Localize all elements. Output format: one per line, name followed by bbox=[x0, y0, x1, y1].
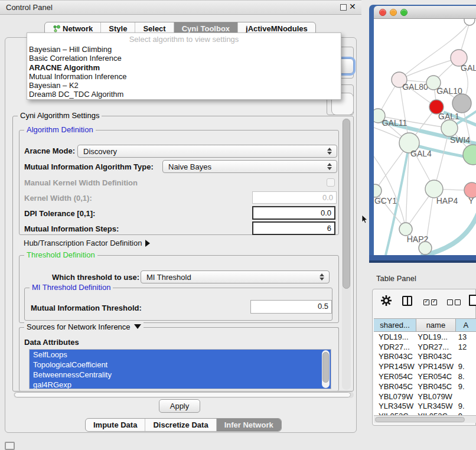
algorithm-definition-group: Algorithm Definition Aracne Mode: Discov… bbox=[19, 130, 339, 235]
table-settings-gear-icon[interactable] bbox=[380, 294, 393, 309]
select-all-columns-icon[interactable] bbox=[423, 299, 437, 305]
network-node[interactable] bbox=[464, 19, 475, 25]
table-row[interactable]: YPR145WYPR145W9. bbox=[374, 361, 476, 371]
table-panel-title: Table Panel bbox=[376, 274, 416, 283]
table-cell: 8. bbox=[456, 372, 476, 381]
attribute-selfloops[interactable]: SelfLoops bbox=[30, 350, 331, 360]
control-panel-titlebar: Control Panel ✕ bbox=[0, 0, 361, 15]
settings-hscrollbar-thumb[interactable] bbox=[14, 392, 351, 397]
attributes-scrollbar[interactable] bbox=[322, 350, 330, 388]
dropdown-item-dream8-dc-tdc-algorithm[interactable]: Dream8 DC_TDC Algorithm bbox=[27, 90, 341, 99]
dropdown-prompt: Select algorithm to view settings bbox=[27, 33, 341, 45]
network-node-swi4[interactable] bbox=[441, 120, 458, 136]
zoom-traffic-light[interactable] bbox=[400, 9, 407, 16]
network-node-hap2[interactable] bbox=[399, 223, 412, 236]
table-horizontal-scrollbar[interactable] bbox=[374, 415, 476, 423]
table-cell: YER054C bbox=[374, 372, 416, 381]
attribute-topologicalcoefficient[interactable]: TopologicalCoefficient bbox=[30, 360, 331, 370]
checked-box-icon bbox=[423, 299, 429, 305]
mouse-cursor bbox=[361, 215, 368, 226]
network-view-window[interactable]: GALGAL80GAL10GAL1GAL11SWI4GAL4GCY1HAP4YH… bbox=[369, 5, 476, 263]
network-node[interactable] bbox=[452, 94, 471, 113]
spinner-arrows-icon bbox=[327, 148, 332, 155]
control-panel-title: Control Panel bbox=[6, 3, 53, 12]
column-header-shared[interactable]: shared... bbox=[374, 319, 416, 331]
mi-steps-label: Mutual Information Steps: bbox=[24, 224, 119, 233]
network-nodes: GALGAL80GAL10GAL1GAL11SWI4GAL4GCY1HAP4YH… bbox=[374, 19, 476, 255]
network-icon bbox=[53, 25, 60, 32]
table-cell: YDR27... bbox=[416, 343, 455, 351]
settings-vertical-scrollbar[interactable] bbox=[342, 118, 351, 390]
table-cell: 13 bbox=[456, 332, 476, 341]
threshold-definition-group: Threshold Definition Which threshold to … bbox=[19, 255, 339, 323]
network-node-hap4[interactable] bbox=[425, 180, 443, 198]
sources-group-title-text: Sources for Network Inference bbox=[27, 322, 131, 331]
node-label-y: Y bbox=[468, 196, 474, 206]
dropdown-item-basic-correlation-inference[interactable]: Basic Correlation Inference bbox=[27, 54, 341, 63]
dropdown-item-mutual-information-inference[interactable]: Mutual Information Inference bbox=[27, 72, 341, 81]
network-node[interactable] bbox=[419, 242, 432, 255]
dpi-tolerance-field[interactable]: 0.0 bbox=[252, 206, 335, 220]
mi-algorithm-type-value: Naive Bayes bbox=[168, 162, 211, 171]
table-row[interactable]: YDR27...YDR27...12 bbox=[374, 342, 476, 352]
table-row[interactable]: YBR045CYBR045C9. bbox=[374, 381, 476, 392]
aracne-mode-select[interactable]: Discovery bbox=[77, 145, 337, 158]
network-canvas[interactable]: GALGAL80GAL10GAL1GAL11SWI4GAL4GCY1HAP4YH… bbox=[374, 19, 476, 255]
node-label-gal11: GAL11 bbox=[382, 118, 407, 128]
column-layout-icon[interactable] bbox=[402, 296, 412, 306]
mi-steps-field[interactable]: 6 bbox=[252, 221, 335, 235]
document-icon[interactable] bbox=[469, 295, 476, 306]
tab-infer-network[interactable]: Infer Network bbox=[216, 419, 281, 431]
table-row[interactable]: YBR043CYBR043C bbox=[374, 352, 476, 362]
dropdown-item-bayesian-hill-climbing[interactable]: Bayesian – Hill Climbing bbox=[27, 45, 341, 54]
tab-label: Impute Data bbox=[93, 420, 137, 429]
table-row[interactable]: YBL079WYBL079W bbox=[374, 392, 476, 402]
float-window-icon[interactable] bbox=[340, 4, 347, 11]
dropdown-item-aracne-algorithm[interactable]: ARACNE Algorithm bbox=[27, 63, 341, 72]
settings-horizontal-scrollbar[interactable] bbox=[14, 392, 354, 398]
manual-kernel-width-checkbox[interactable] bbox=[327, 178, 335, 187]
data-attributes-label: Data Attributes bbox=[24, 338, 79, 347]
column-header-a[interactable]: A bbox=[456, 319, 476, 331]
table-row[interactable]: YER054CYER054C8. bbox=[374, 371, 476, 381]
deselect-all-columns-icon[interactable] bbox=[447, 299, 461, 305]
kernel-width-field[interactable]: 0.0 bbox=[252, 191, 337, 204]
table-hscrollbar-thumb[interactable] bbox=[375, 417, 465, 422]
spinner-arrows-icon bbox=[327, 163, 332, 170]
table-body: YDL19...YDL19...13YDR27...YDR27...12YBR0… bbox=[374, 332, 476, 421]
attribute-betweennesscentrality[interactable]: BetweennessCentrality bbox=[30, 370, 331, 380]
close-traffic-light[interactable] bbox=[379, 9, 386, 16]
table-row[interactable]: YLR345WYLR345W9. bbox=[374, 402, 476, 412]
node-label-hap4: HAP4 bbox=[436, 196, 458, 206]
sources-group-title[interactable]: Sources for Network Inference bbox=[24, 322, 144, 331]
close-icon[interactable]: ✕ bbox=[349, 2, 356, 11]
tab-discretize-data[interactable]: Discretize Data bbox=[145, 419, 216, 431]
hub-factor-expander[interactable]: Hub/Transcription Factor Definition bbox=[24, 239, 150, 247]
network-node[interactable] bbox=[463, 145, 476, 165]
which-threshold-select[interactable]: MI Threshold bbox=[141, 270, 330, 283]
network-node-gcy1[interactable] bbox=[374, 184, 382, 197]
checked-box-icon bbox=[431, 299, 437, 305]
minimize-traffic-light[interactable] bbox=[390, 9, 397, 16]
table-row[interactable]: YDL19...YDL19...13 bbox=[374, 332, 476, 342]
dropdown-item-bayesian-k2[interactable]: Bayesian – K2 bbox=[27, 81, 341, 90]
mi-algorithm-type-select[interactable]: Naive Bayes bbox=[162, 160, 337, 173]
data-attributes-list[interactable]: SelfLoopsTopologicalCoefficientBetweenne… bbox=[29, 349, 331, 389]
tab-label: Network bbox=[63, 24, 93, 33]
hub-factor-expander-label: Hub/Transcription Factor Definition bbox=[24, 239, 142, 247]
node-label-gcy1: GCY1 bbox=[374, 196, 397, 206]
column-header-name[interactable]: name bbox=[416, 319, 456, 331]
apply-button[interactable]: Apply bbox=[159, 399, 200, 413]
tab-impute-data[interactable]: Impute Data bbox=[86, 419, 145, 431]
which-threshold-label: Which threshold to use: bbox=[52, 273, 139, 282]
attribute-gal4rgexp[interactable]: gal4RGexp bbox=[30, 380, 331, 389]
mi-threshold-field[interactable]: 0.5 bbox=[250, 300, 332, 314]
table-cell: 9. bbox=[456, 362, 476, 371]
table-cell: YBL079W bbox=[374, 392, 416, 401]
attributes-scrollbar-thumb[interactable] bbox=[322, 352, 329, 383]
settings-scrollbar-thumb[interactable] bbox=[343, 119, 350, 289]
minimized-panel-icon[interactable] bbox=[5, 442, 15, 450]
table-cell: 12 bbox=[456, 343, 476, 351]
bottom-tab-bar: Impute DataDiscretize DataInfer Network bbox=[85, 418, 282, 432]
table-cell: YLR345W bbox=[416, 402, 455, 410]
